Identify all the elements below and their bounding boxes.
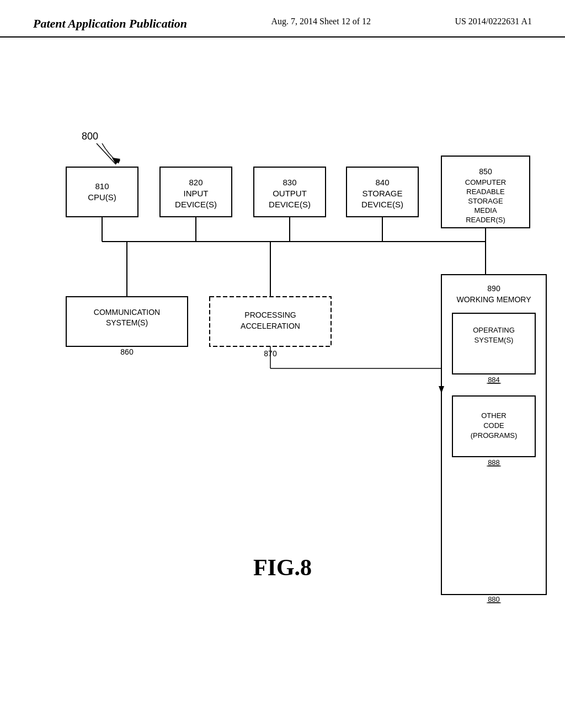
label-oc-2: CODE xyxy=(483,421,504,430)
label-input-2: DEVICE(S) xyxy=(175,200,217,209)
fig8-diagram: 800 810 CPU(S) 820 INPUT DEVICE(S) 830 O… xyxy=(0,38,565,644)
publication-number: US 2014/0222631 A1 xyxy=(455,17,532,26)
label-cr-3: STORAGE xyxy=(468,197,503,205)
label-storage-1: STORAGE xyxy=(362,189,402,198)
label-comm-1: COMMUNICATION xyxy=(94,308,160,317)
svg-line-0 xyxy=(97,143,116,164)
label-820-num: 820 xyxy=(189,178,202,187)
label-850-num: 850 xyxy=(479,167,492,176)
label-oc-3: (PROGRAMS) xyxy=(471,431,518,440)
label-888: 888 xyxy=(488,458,500,467)
label-output-2: DEVICE(S) xyxy=(269,200,311,209)
publication-date-sheet: Aug. 7, 2014 Sheet 12 of 12 xyxy=(271,17,371,26)
label-cpu: CPU(S) xyxy=(88,192,116,202)
label-840-num: 840 xyxy=(375,178,389,187)
label-cr-2: READABLE xyxy=(466,188,505,196)
label-cr-5: READER(S) xyxy=(466,216,505,224)
label-proc-1: PROCESSING xyxy=(244,311,296,319)
label-proc-2: ACCELERATION xyxy=(241,322,300,330)
diagram-area: 800 810 CPU(S) 820 INPUT DEVICE(S) 830 O… xyxy=(0,38,565,644)
label-comm-2: SYSTEM(S) xyxy=(106,318,148,327)
box-cpu xyxy=(66,167,138,217)
label-880: 880 xyxy=(488,595,500,603)
figure-label: FIG.8 xyxy=(0,554,565,581)
label-cr-1: COMPUTER xyxy=(465,178,506,186)
label-input-1: INPUT xyxy=(184,189,209,198)
label-os-2: SYSTEM(S) xyxy=(475,336,514,344)
label-output-1: OUTPUT xyxy=(273,189,307,198)
label-884: 884 xyxy=(488,376,500,384)
label-oc-1: OTHER xyxy=(481,411,507,420)
label-cr-4: MEDIA xyxy=(474,206,497,215)
label-os-1: OPERATING xyxy=(473,326,515,334)
label-storage-2: DEVICE(S) xyxy=(361,200,403,209)
label-800: 800 xyxy=(82,131,98,142)
label-860: 860 xyxy=(120,347,134,356)
page-header: Patent Application Publication Aug. 7, 2… xyxy=(0,0,565,38)
label-working-memory: WORKING MEMORY xyxy=(456,295,531,304)
label-890-num: 890 xyxy=(487,284,500,293)
label-810-num: 810 xyxy=(95,181,109,191)
label-830-num: 830 xyxy=(282,178,296,187)
publication-title: Patent Application Publication xyxy=(33,17,187,31)
